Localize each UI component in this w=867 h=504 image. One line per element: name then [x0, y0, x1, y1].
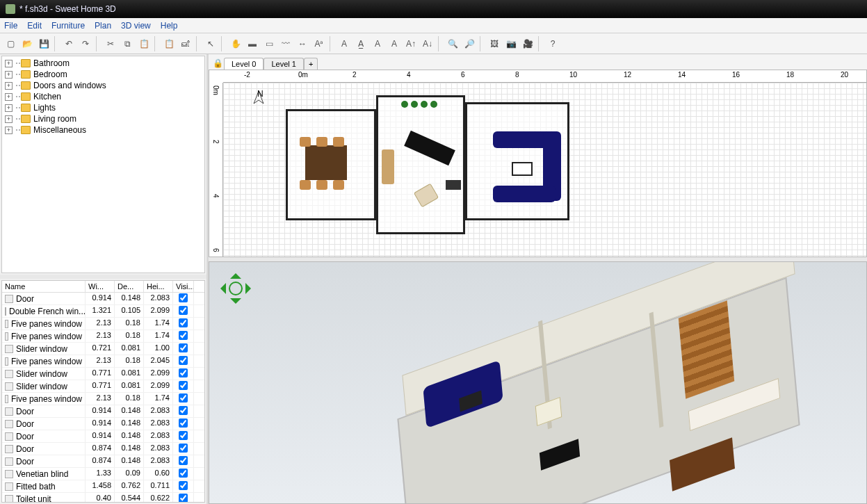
increase-icon[interactable]: A↑: [403, 36, 419, 51]
tree-item-doors-and-windows[interactable]: +⋯Doors and windows: [5, 80, 202, 91]
pan-icon[interactable]: ✋: [228, 36, 243, 51]
menu-help[interactable]: Help: [161, 21, 178, 31]
splitter-horizontal[interactable]: [0, 275, 206, 279]
tree-item-lights[interactable]: +⋯Lights: [5, 102, 202, 113]
tree-item-living-room[interactable]: +⋯Living room: [5, 113, 202, 124]
undo-icon[interactable]: ↶: [61, 36, 76, 51]
furniture-row[interactable]: Door0.8740.1482.083: [2, 443, 204, 455]
plan-furniture-chair[interactable]: [333, 137, 344, 147]
furniture-row[interactable]: Five panes window2.130.182.045: [2, 355, 204, 368]
decrease-icon[interactable]: A↓: [420, 36, 435, 51]
wall-icon[interactable]: ▬: [245, 36, 260, 51]
furniture-list-header[interactable]: Name Wi... De... Hei... Visi...: [2, 281, 204, 293]
expand-icon[interactable]: +: [5, 93, 13, 101]
furniture-row[interactable]: Toilet unit0.400.5440.622: [2, 493, 204, 502]
col-name[interactable]: Name: [2, 281, 86, 292]
italic-icon[interactable]: A: [387, 36, 402, 51]
photo-icon[interactable]: 🖼: [487, 36, 502, 51]
text-icon[interactable]: Aᵃ: [311, 36, 327, 51]
visible-checkbox[interactable]: [179, 444, 188, 453]
expand-icon[interactable]: +: [5, 104, 13, 112]
plan-furniture-coffee-table[interactable]: [512, 162, 533, 176]
visible-checkbox[interactable]: [179, 368, 188, 377]
visible-checkbox[interactable]: [179, 356, 188, 365]
tab-level-1[interactable]: Level 1: [264, 58, 303, 70]
furniture-row[interactable]: Door0.9140.1482.083: [2, 293, 204, 305]
visible-checkbox[interactable]: [179, 318, 188, 327]
visible-checkbox[interactable]: [179, 431, 188, 440]
visible-checkbox[interactable]: [179, 456, 188, 465]
visible-checkbox[interactable]: [179, 293, 188, 302]
camera-icon[interactable]: 📷: [503, 36, 519, 51]
furniture-row[interactable]: Five panes window2.130.181.74: [2, 393, 204, 405]
menu-plan[interactable]: Plan: [95, 21, 111, 31]
visible-checkbox[interactable]: [179, 406, 188, 415]
add-furniture-icon[interactable]: 🛋: [178, 36, 193, 51]
lock-icon[interactable]: 🔒: [211, 57, 224, 70]
plan-furniture-chair[interactable]: [300, 137, 311, 147]
menu-edit[interactable]: Edit: [27, 21, 42, 31]
furniture-row[interactable]: Venetian blind1.330.090.60: [2, 468, 204, 480]
col-depth[interactable]: De...: [115, 281, 144, 292]
save-icon[interactable]: 💾: [36, 36, 51, 51]
menu-furniture[interactable]: Furniture: [51, 21, 85, 31]
view-3d[interactable]: [209, 261, 867, 504]
menu-3d-view[interactable]: 3D view: [121, 21, 151, 31]
furniture-row[interactable]: Door0.8740.1482.083: [2, 455, 204, 468]
paste-icon[interactable]: 📋: [136, 36, 152, 51]
furniture-row[interactable]: Five panes window2.130.181.74: [2, 318, 204, 330]
nav-right-icon[interactable]: [245, 283, 257, 294]
video-icon[interactable]: 🎥: [520, 36, 535, 51]
plan-furniture-plant[interactable]: [401, 101, 408, 108]
plan-furniture-plant[interactable]: [430, 101, 437, 108]
furniture-row[interactable]: Door0.9140.1482.083: [2, 418, 204, 430]
expand-icon[interactable]: +: [5, 71, 13, 79]
visible-checkbox[interactable]: [179, 331, 188, 340]
copy-icon[interactable]: ⧉: [120, 36, 135, 51]
dimension-icon[interactable]: ↔: [295, 36, 310, 51]
room-icon[interactable]: ▭: [261, 36, 277, 51]
plan-furniture-plant[interactable]: [411, 101, 418, 108]
plan-furniture-table[interactable]: [305, 145, 347, 180]
expand-icon[interactable]: +: [5, 82, 13, 90]
bold-icon[interactable]: A: [370, 36, 385, 51]
plan-furniture-chair[interactable]: [316, 137, 327, 147]
furniture-row[interactable]: Double French win...1.3210.1052.099: [2, 305, 204, 318]
furniture-row[interactable]: Five panes window2.130.181.74: [2, 330, 204, 343]
redo-icon[interactable]: ↷: [78, 36, 93, 51]
furniture-row[interactable]: Slider window0.7210.0811.00: [2, 343, 204, 355]
furniture-row[interactable]: Slider window0.7710.0812.099: [2, 368, 204, 380]
tab-add-level[interactable]: +: [304, 58, 318, 70]
furniture-row[interactable]: Fitted bath1.4580.7620.711: [2, 480, 204, 493]
nav-left-icon[interactable]: [215, 283, 226, 294]
zoom-out-icon[interactable]: 🔎: [462, 36, 477, 51]
expand-icon[interactable]: +: [5, 115, 13, 123]
plan-furniture-sofa[interactable]: [382, 149, 394, 184]
plan-furniture-sectional[interactable]: [493, 186, 556, 202]
expand-icon[interactable]: +: [5, 127, 13, 134]
open-icon[interactable]: 📂: [19, 36, 35, 51]
plan-furniture-chair[interactable]: [333, 180, 344, 190]
expand-icon[interactable]: +: [5, 60, 13, 67]
plan-view-2d[interactable]: -20m24681012141618202224 0m246 N: [209, 70, 867, 257]
col-visible[interactable]: Visi...: [173, 281, 194, 292]
tree-item-miscellaneous[interactable]: +⋯Miscellaneous: [5, 124, 202, 136]
col-height[interactable]: Hei...: [144, 281, 173, 292]
tab-level-0[interactable]: Level 0: [224, 58, 264, 70]
visible-checkbox[interactable]: [179, 393, 188, 403]
furniture-row[interactable]: Slider window0.7710.0812.099: [2, 380, 204, 393]
visible-checkbox[interactable]: [179, 481, 188, 490]
furniture-row[interactable]: Door0.9140.1482.083: [2, 430, 204, 443]
nav-3d-control[interactable]: [215, 268, 257, 309]
plan-canvas[interactable]: N: [223, 83, 866, 257]
help-icon[interactable]: ?: [545, 36, 560, 51]
menu-file[interactable]: File: [4, 21, 17, 31]
col-width[interactable]: Wi...: [86, 281, 115, 292]
plan-furniture-plant[interactable]: [421, 101, 428, 108]
visible-checkbox[interactable]: [179, 343, 188, 352]
visible-checkbox[interactable]: [179, 494, 188, 502]
visible-checkbox[interactable]: [179, 418, 188, 428]
plan-furniture-tv[interactable]: [446, 180, 461, 190]
label-icon[interactable]: A: [337, 36, 352, 51]
nav-up-icon[interactable]: [230, 268, 241, 279]
